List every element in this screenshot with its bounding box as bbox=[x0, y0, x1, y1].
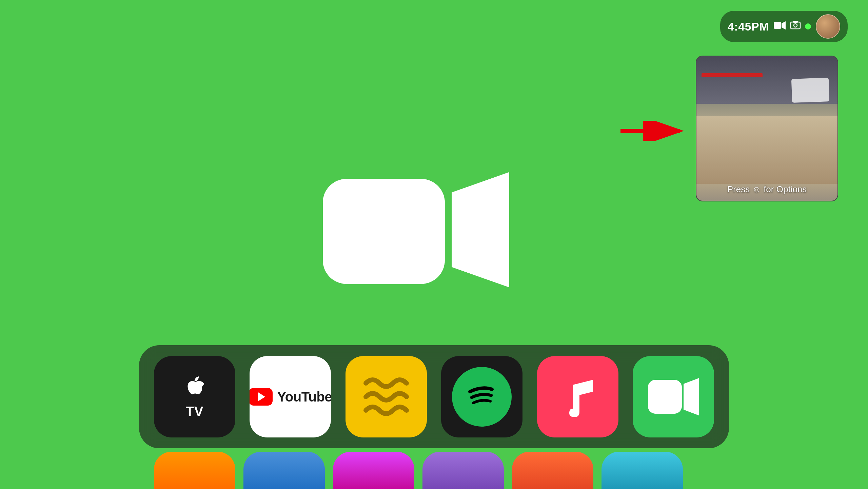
dock: TV YouTube bbox=[139, 345, 729, 448]
facetime-dock-icon bbox=[646, 376, 701, 417]
bottom-app-6[interactable] bbox=[601, 452, 683, 489]
dock-app-youtube[interactable]: YouTube bbox=[250, 356, 331, 437]
status-pill: 4:45PM bbox=[720, 11, 848, 42]
dock-app-apple-tv[interactable]: TV bbox=[154, 356, 235, 437]
preview-floor bbox=[696, 116, 837, 184]
svg-rect-0 bbox=[774, 22, 781, 29]
bottom-app-3[interactable] bbox=[333, 452, 414, 489]
svg-rect-4 bbox=[793, 21, 797, 22]
youtube-label: YouTube bbox=[277, 389, 331, 405]
svg-marker-10 bbox=[684, 378, 699, 415]
preview-window: Press ☺ for Options bbox=[696, 56, 838, 201]
facetime-camera-shape bbox=[316, 169, 513, 297]
status-icons bbox=[774, 21, 811, 33]
svg-point-3 bbox=[794, 24, 797, 27]
bottom-app-1[interactable] bbox=[154, 452, 235, 489]
bottom-app-5[interactable] bbox=[512, 452, 593, 489]
bottom-app-row bbox=[139, 452, 729, 489]
svg-rect-5 bbox=[323, 179, 445, 284]
svg-marker-1 bbox=[782, 21, 786, 30]
music-icon bbox=[554, 373, 601, 420]
spotify-icon bbox=[465, 380, 499, 414]
bottom-app-2[interactable] bbox=[243, 452, 325, 489]
preview-content: Press ☺ for Options bbox=[696, 56, 837, 201]
dock-app-music[interactable] bbox=[537, 356, 618, 437]
facetime-main-icon bbox=[316, 162, 513, 304]
preview-red-frame bbox=[702, 73, 763, 77]
bottom-app-4[interactable] bbox=[422, 452, 504, 489]
screenshot-icon bbox=[790, 21, 801, 33]
status-bar: 4:45PM bbox=[720, 11, 848, 42]
waves-icon bbox=[359, 370, 413, 424]
svg-marker-6 bbox=[452, 172, 509, 287]
green-dot-indicator bbox=[805, 23, 811, 30]
dock-app-waves[interactable] bbox=[346, 356, 427, 437]
apple-logo-icon bbox=[184, 375, 205, 401]
avatar bbox=[816, 14, 840, 39]
apple-tv-label: TV bbox=[185, 404, 203, 419]
dock-app-spotify[interactable] bbox=[441, 356, 522, 437]
status-time: 4:45PM bbox=[728, 20, 769, 33]
spotify-circle bbox=[452, 367, 512, 427]
svg-rect-9 bbox=[648, 380, 682, 414]
svg-rect-2 bbox=[791, 22, 800, 29]
preview-white-card bbox=[791, 78, 829, 103]
youtube-inner: YouTube bbox=[250, 388, 331, 406]
preview-options-text: Press ☺ for Options bbox=[696, 184, 837, 195]
apple-tv-logo: TV bbox=[184, 375, 205, 419]
dock-app-facetime[interactable] bbox=[633, 356, 714, 437]
video-camera-icon bbox=[774, 21, 786, 32]
youtube-play-icon bbox=[250, 388, 272, 406]
red-arrow bbox=[620, 121, 688, 141]
youtube-play-triangle bbox=[258, 392, 265, 402]
